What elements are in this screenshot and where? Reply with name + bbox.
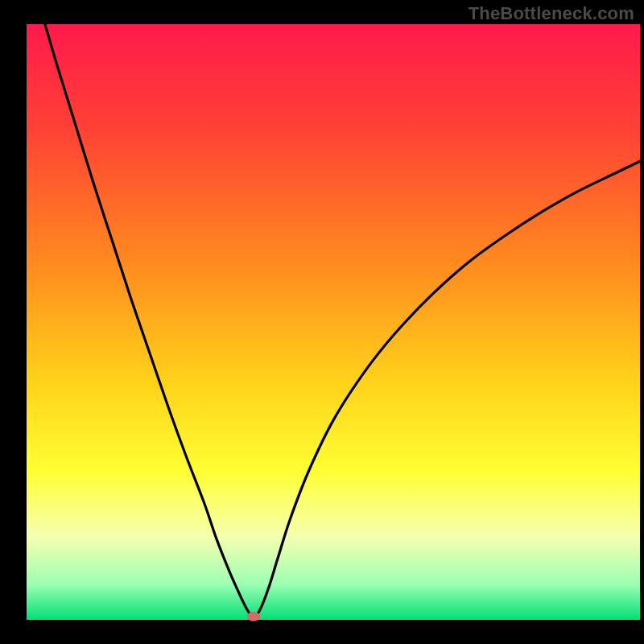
bottleneck-chart <box>0 0 644 644</box>
plot-background <box>27 24 640 620</box>
watermark-text: TheBottleneck.com <box>469 3 634 24</box>
chart-frame: { "watermark": "TheBottleneck.com", "cha… <box>0 0 644 644</box>
optimum-marker <box>247 612 261 621</box>
